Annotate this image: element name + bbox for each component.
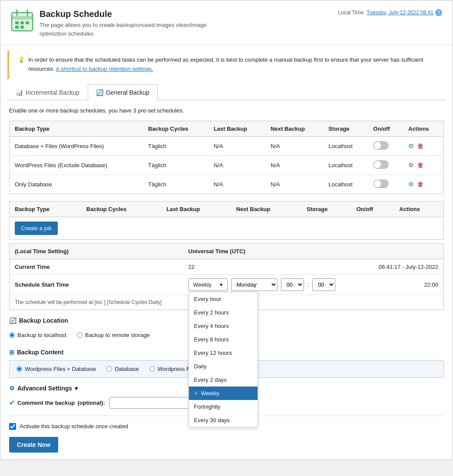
- svg-rect-8: [15, 26, 19, 29]
- col-storage: Storage: [323, 121, 368, 136]
- next-cell: N/A: [265, 175, 323, 194]
- backup-remote-radio[interactable]: [77, 332, 83, 338]
- option-every-8-hours[interactable]: Every 8 hours: [189, 333, 258, 346]
- content-files-db-radio[interactable]: [17, 366, 22, 372]
- day-select[interactable]: Monday Tuesday Wednesday Thursday Friday…: [231, 278, 278, 291]
- time-colon: :: [308, 281, 309, 288]
- schedule-controls-cell: Weekly ▾ Every hour Every 2 hours Every …: [183, 274, 364, 294]
- svg-rect-9: [20, 26, 24, 29]
- activate-checkbox[interactable]: [9, 423, 16, 430]
- notice-banner: 💡 In order to ensure that the scheduled …: [7, 50, 446, 79]
- gear-icon-2[interactable]: ⚙: [408, 181, 414, 188]
- col-last-backup: Last Backup: [208, 121, 265, 136]
- svg-rect-7: [26, 21, 29, 24]
- minute-select[interactable]: 00: [312, 278, 335, 291]
- col-next-backup2: Next Backup: [231, 201, 302, 217]
- create-now-button[interactable]: Create Now: [9, 437, 58, 453]
- col-storage2: Storage: [301, 201, 351, 217]
- toggle-1[interactable]: [373, 160, 389, 169]
- trash-icon-2[interactable]: 🗑: [417, 181, 423, 188]
- table-row: Only Database Täglich N/A N/A Localhost …: [10, 175, 444, 194]
- option-daily[interactable]: Daily: [189, 360, 258, 373]
- col-next-backup: Next Backup: [265, 121, 323, 136]
- actions-cell: ⚙ 🗑: [403, 136, 444, 155]
- col-backup-type2: Backup Type: [10, 201, 81, 217]
- frequency-dropdown[interactable]: Weekly ▾: [188, 278, 228, 291]
- toggle-2[interactable]: [373, 179, 389, 188]
- col-last-backup2: Last Backup: [161, 201, 231, 217]
- next-cell: N/A: [265, 155, 323, 175]
- trash-icon-0[interactable]: 🗑: [417, 142, 423, 149]
- current-time-local: 22: [183, 259, 364, 274]
- cycles-cell: Täglich: [143, 136, 208, 155]
- utc-time-cell: 22:00: [363, 274, 443, 294]
- svg-rect-6: [20, 21, 24, 24]
- current-time-utc: 06:41:17 - July-12-2022: [363, 259, 443, 274]
- last-cell: N/A: [208, 155, 265, 175]
- advanced-icon: ⚙: [9, 385, 15, 392]
- storage-cell: Localhost: [323, 175, 368, 194]
- backup-table-new: Backup Type Backup Cycles Last Backup Ne…: [9, 201, 444, 240]
- toggle-0[interactable]: [373, 141, 389, 150]
- hour-select[interactable]: 00: [281, 278, 304, 291]
- option-every-12-hours[interactable]: Every 12 hours: [189, 346, 258, 360]
- option-fortnightly[interactable]: Fortnightly: [189, 400, 258, 413]
- create-job-button[interactable]: Create a job: [15, 221, 58, 235]
- option-every-30-days[interactable]: Every 30 days: [189, 413, 258, 427]
- header-left: Backup Schedule The page allows you to c…: [11, 9, 206, 38]
- option-every-2-days[interactable]: Every 2 days: [189, 373, 258, 387]
- help-icon[interactable]: ?: [435, 9, 442, 16]
- backup-remote-option[interactable]: Backup to remote storage: [77, 332, 150, 338]
- local-time-link[interactable]: Tuesday, July-12-2022 08:41: [367, 10, 433, 16]
- option-every-2-hours[interactable]: Every 2 hours: [189, 306, 258, 319]
- last-cell: N/A: [208, 175, 265, 194]
- col-onoff: On/off: [368, 121, 403, 136]
- tab-incremental[interactable]: 📊 Incremental Backup: [7, 84, 88, 100]
- option-every-hour[interactable]: Every hour: [189, 292, 258, 306]
- next-cell: N/A: [265, 136, 323, 155]
- gear-icon-0[interactable]: ⚙: [408, 142, 414, 149]
- comment-icon: ✔: [9, 399, 15, 407]
- main-content: Enable one or more backup schedules, you…: [0, 100, 453, 459]
- col-actions2: Actions: [394, 201, 443, 217]
- content-files-radio[interactable]: [149, 366, 155, 372]
- toggle-cell: [368, 175, 403, 194]
- trash-icon-1[interactable]: 🗑: [417, 162, 423, 169]
- frequency-dropdown-menu: Every hour Every 2 hours Every 4 hours E…: [188, 292, 258, 427]
- content-icon: ⊞: [9, 349, 14, 356]
- page-description: The page allows you to create backup/unu…: [40, 21, 206, 38]
- content-db-only[interactable]: Database: [106, 366, 139, 372]
- schedule-time-table: (Local Time Setting) Universal Time (UTC…: [9, 243, 444, 310]
- table-row: Database + Files (WordPress Files) Tägli…: [10, 136, 444, 155]
- local-time: Local Time: Tuesday, July-12-2022 08:41 …: [338, 9, 442, 16]
- general-icon: 🔄: [96, 89, 103, 96]
- table-row: WordPress Files (Exclude Database) Tägli…: [10, 155, 444, 175]
- type-cell: Database + Files (WordPress Files): [10, 136, 143, 155]
- subtitle: Enable one or more backup schedules, you…: [9, 107, 444, 114]
- actions-cell: ⚙ 🗑: [403, 175, 444, 194]
- backup-localhost-radio[interactable]: [9, 332, 15, 338]
- notice-icon: 💡: [18, 56, 25, 65]
- schedule-controls: Weekly ▾ Every hour Every 2 hours Every …: [188, 278, 358, 291]
- time-header-local: (Local Time Setting): [10, 243, 183, 259]
- toggle-cell: [368, 155, 403, 175]
- gear-icon-1[interactable]: ⚙: [408, 162, 414, 169]
- type-cell: Only Database: [10, 175, 143, 194]
- storage-cell: Localhost: [323, 136, 368, 155]
- col-backup-cycles2: Backup Cycles: [81, 201, 161, 217]
- col-onoff2: On/off: [351, 201, 394, 217]
- content-files-db[interactable]: Wordpress Files + Database: [17, 366, 96, 372]
- col-actions: Actions: [403, 121, 444, 136]
- actions-cell: ⚙ 🗑: [403, 155, 444, 175]
- checkmark-icon: ✓: [194, 390, 198, 396]
- option-every-4-hours[interactable]: Every 4 hours: [189, 319, 258, 333]
- location-icon: 🔄: [9, 317, 17, 324]
- notice-link[interactable]: A shortcut to backup retention settings.: [56, 66, 153, 72]
- tab-general[interactable]: 🔄 General Backup: [88, 84, 158, 100]
- content-db-radio[interactable]: [106, 366, 112, 372]
- backup-localhost-option[interactable]: Backup to localhost: [9, 332, 66, 338]
- svg-rect-2: [12, 16, 33, 20]
- create-job-row: Create a job: [10, 217, 444, 239]
- schedule-start-label: Schedule Start Time: [10, 274, 183, 294]
- option-weekly[interactable]: ✓ Weekly: [189, 387, 258, 400]
